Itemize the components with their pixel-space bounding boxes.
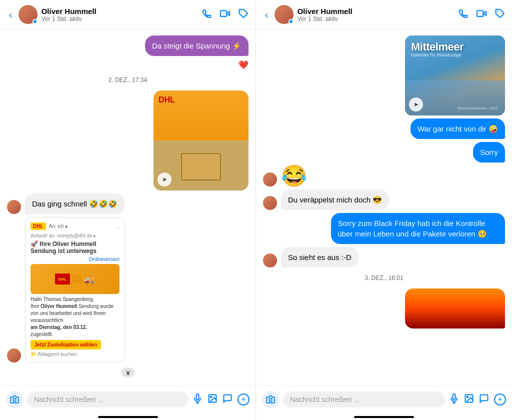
right-video-icon[interactable] — [476, 8, 487, 21]
email-from: An: ich ▸ — [49, 224, 68, 229]
sender-avatar-right — [263, 172, 277, 186]
right-text-input[interactable]: Nachricht schreiben ... — [283, 392, 445, 408]
msg-row-emoji: 😂 — [263, 166, 505, 186]
reaction-heart: ❤️ — [7, 60, 248, 70]
right-header-info: Oliver Hummell Vor 1 Std. aktiv — [298, 7, 454, 22]
online-version-link[interactable]: Onlineversion — [30, 256, 120, 262]
svg-rect-1 — [220, 10, 227, 16]
dhl-image-wrapper: DHL ➤ — [154, 90, 248, 190]
email-header: DHL An: ich ▸ ... — [30, 222, 120, 230]
right-tag-icon[interactable] — [495, 8, 505, 21]
left-phone-icon[interactable] — [202, 8, 212, 21]
msg-row-book-image: Mittelmeer Kalender für Reiselustige Woc… — [263, 36, 505, 116]
email-notification-bubble: DHL An: ich ▸ ... Antwort an: noreply@dh… — [25, 217, 125, 362]
left-input-area: Nachricht schreiben ... + — [0, 386, 256, 413]
plus-icon[interactable]: + — [238, 394, 250, 406]
left-header-icons — [202, 8, 248, 21]
timestamp-1: 2. DEZ., 17:34 — [7, 76, 248, 84]
collapse-button[interactable]: ∨ — [121, 368, 135, 378]
left-home-indicator — [98, 416, 158, 418]
right-mic-icon[interactable] — [449, 394, 459, 406]
sender-avatar-2 — [7, 348, 21, 362]
left-tag-icon[interactable] — [238, 8, 248, 21]
email-more: ... — [116, 224, 120, 229]
email-reply-to: Antwort an: noreply@dhl.de ▸ — [30, 233, 120, 238]
message-bubble-long: Sorry zum Black Friday hab ich die Kontr… — [331, 213, 505, 244]
right-messages-area: Mittelmeer Kalender für Reiselustige Woc… — [256, 30, 512, 386]
right-sticker-icon[interactable] — [479, 394, 489, 406]
right-header: ‹ Oliver Hummell Vor 1 Std. aktiv — [256, 0, 512, 30]
right-online-indicator — [288, 19, 294, 24]
right-avatar-wrapper — [274, 5, 294, 24]
right-header-icons — [458, 8, 505, 21]
sticker-icon[interactable] — [222, 394, 232, 406]
email-body-text: Hallo Thomas Spangenberg, Ihre Oliver Hu… — [30, 296, 120, 338]
sunset-image-partial — [405, 288, 505, 328]
right-photo-icon[interactable] — [464, 394, 474, 406]
left-header: ‹ Oliver Hummell Vor 1 Std. aktiv — [0, 0, 256, 30]
book-subtitle: Kalender für Reiselustige — [411, 52, 462, 58]
book-brand: Wochenkalender 2020 — [458, 106, 498, 110]
right-plus-icon[interactable]: + — [494, 394, 506, 406]
mic-icon[interactable] — [192, 394, 202, 406]
message-bubble-received: Das ging schnell 🤣🤣🤣 — [25, 194, 124, 214]
right-phone-icon[interactable] — [458, 8, 468, 21]
svg-point-11 — [269, 398, 272, 402]
msg-row-sent-sorry: Sorry — [263, 142, 505, 162]
right-contact-status: Vor 1 Std. aktiv — [298, 16, 454, 22]
msg-row-sunset — [263, 288, 505, 328]
left-input-icons: + — [192, 394, 250, 406]
right-back-button[interactable]: ‹ — [263, 7, 270, 22]
left-text-input[interactable]: Nachricht schreiben ... — [27, 392, 188, 408]
svg-point-3 — [13, 398, 16, 402]
msg-row-received-3: So sieht es aus :-D — [263, 247, 505, 268]
message-bubble-sorry: Sorry — [473, 142, 505, 162]
timestamp-2: 3. DEZ., 16:01 — [263, 274, 505, 282]
right-forward-icon[interactable]: ➤ — [409, 98, 423, 112]
sender-avatar-right-3 — [263, 254, 277, 268]
dhl-email-image: DHL 🚚 — [30, 264, 120, 294]
cta-button[interactable]: Jetzt Zustelloption wählen — [30, 340, 101, 350]
forward-icon[interactable]: ➤ — [158, 172, 172, 186]
right-chat-panel: ‹ Oliver Hummell Vor 1 Std. aktiv — [256, 0, 512, 420]
msg-row-sent-long: Sorry zum Black Friday hab ich die Kontr… — [263, 213, 505, 244]
message-bubble-sent-2: War gar nicht von dir 🤪 — [410, 118, 505, 139]
left-header-info: Oliver Hummell Vor 1 Std. aktiv — [42, 7, 198, 22]
left-back-button[interactable]: ‹ — [7, 7, 14, 22]
left-avatar-wrapper — [18, 5, 38, 24]
message-bubble-received-2: Du veräppelst mich doch 😎 — [281, 190, 389, 210]
left-contact-status: Vor 1 Std. aktiv — [42, 16, 198, 22]
right-camera-button[interactable] — [262, 391, 279, 408]
svg-point-7 — [210, 396, 212, 398]
laugh-emoji: 😂 — [281, 166, 307, 186]
camera-button[interactable] — [6, 391, 23, 408]
message-bubble-received-3: So sieht es aus :-D — [281, 247, 358, 268]
msg-row-received-2: Du veräppelst mich doch 😎 — [263, 190, 505, 210]
sender-avatar-right-2 — [263, 196, 277, 210]
message-bubble: Da steigt die Spannung ⚡ — [145, 36, 248, 56]
online-indicator — [32, 19, 38, 24]
msg-row-sent-2: War gar nicht von dir 🤪 — [263, 118, 505, 139]
sender-avatar — [7, 200, 21, 214]
left-video-icon[interactable] — [220, 8, 230, 21]
msg-row-dhl-image: DHL ➤ — [7, 90, 248, 190]
right-home-indicator — [354, 416, 414, 418]
ablage-text: 📁 Ablageort buchen — [30, 352, 120, 357]
photo-icon[interactable] — [208, 394, 218, 406]
left-chat-panel: ‹ Oliver Hummell Vor 1 Std. aktiv Da ste… — [0, 0, 256, 420]
book-image-wrapper: Mittelmeer Kalender für Reiselustige Woc… — [405, 36, 505, 116]
msg-row-received-1: Das ging schnell 🤣🤣🤣 — [7, 194, 248, 214]
left-contact-name: Oliver Hummell — [42, 7, 198, 16]
svg-rect-9 — [477, 10, 484, 16]
book-title: Mittelmeer — [411, 40, 464, 54]
right-input-icons: + — [449, 394, 506, 406]
msg-row: Da steigt die Spannung ⚡ — [7, 36, 248, 56]
email-title: 🚀 Ihre Oliver HummellSendung ist unterwe… — [30, 240, 120, 254]
dhl-logo: DHL — [30, 222, 46, 230]
right-contact-name: Oliver Hummell — [298, 7, 454, 16]
left-messages-area: Da steigt die Spannung ⚡ ❤️ 2. DEZ., 17:… — [0, 30, 256, 386]
svg-point-15 — [467, 396, 468, 398]
right-input-area: Nachricht schreiben ... + — [256, 386, 512, 413]
msg-row-email: DHL An: ich ▸ ... Antwort an: noreply@dh… — [7, 217, 248, 362]
